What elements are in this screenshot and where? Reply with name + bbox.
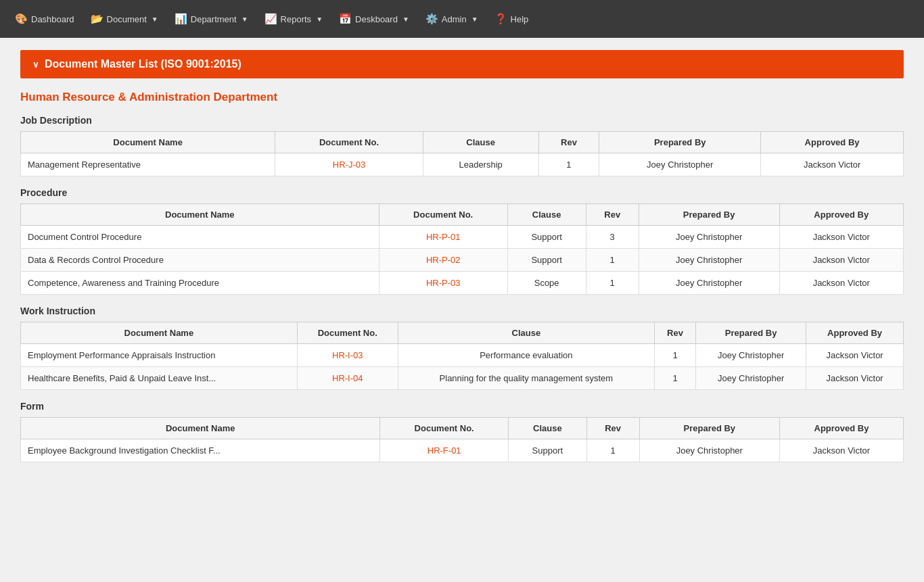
nav-item-help[interactable]: ❓Help [486, 0, 537, 38]
cell-prepared-by: Joey Christopher [599, 153, 761, 176]
col-header: Document No. [379, 204, 507, 226]
nav-label-admin: Admin [442, 14, 467, 24]
dropdown-arrow-deskboard: ▼ [402, 16, 409, 23]
cell-clause: Support [507, 249, 586, 272]
cell-approved-by: Jackson Victor [806, 367, 904, 390]
document-icon: 📂 [91, 13, 103, 25]
cell-rev: 1 [654, 344, 695, 367]
col-header: Clause [398, 322, 654, 344]
nav-item-dashboard[interactable]: 🎨Dashboard [7, 0, 83, 38]
table-row: Employment Performance Appraisals Instru… [21, 344, 904, 367]
section-title-form: Form [20, 401, 904, 412]
dropdown-arrow-document: ▼ [152, 16, 158, 23]
nav-item-department[interactable]: 📊Department▼ [166, 0, 256, 38]
col-header: Rev [538, 132, 599, 153]
col-header: Clause [423, 132, 538, 153]
nav-item-admin[interactable]: ⚙️Admin▼ [417, 0, 486, 38]
nav-item-document[interactable]: 📂Document▼ [83, 0, 166, 38]
cell-rev: 1 [654, 367, 695, 390]
cell-approved-by: Jackson Victor [779, 272, 903, 295]
dept-title: Human Resource & Administration Departme… [20, 91, 904, 104]
col-header: Approved By [779, 418, 903, 439]
cell-doc-no: HR-P-02 [379, 249, 507, 272]
col-header: Document No. [297, 322, 398, 344]
page-wrapper: ∨ Document Master List (ISO 9001:2015) H… [0, 38, 924, 477]
section-title-procedure: Procedure [20, 187, 904, 198]
dropdown-arrow-reports: ▼ [316, 16, 323, 23]
table-job-description: Document NameDocument No.ClauseRevPrepar… [20, 131, 904, 176]
main-nav: 🎨Dashboard📂Document▼📊Department▼📈Reports… [0, 0, 924, 38]
cell-prepared-by: Joey Christopher [639, 226, 779, 249]
dropdown-arrow-admin: ▼ [471, 16, 478, 23]
cell-doc-name: Management Representative [21, 153, 275, 176]
col-header: Document Name [21, 204, 379, 226]
cell-doc-name: Employee Background Investigation Checkl… [21, 439, 380, 462]
col-header: Rev [586, 204, 639, 226]
col-header: Prepared By [639, 418, 779, 439]
col-header: Approved By [761, 132, 904, 153]
cell-approved-by: Jackson Victor [779, 226, 903, 249]
table-work-instruction: Document NameDocument No.ClauseRevPrepar… [20, 322, 904, 390]
cell-prepared-by: Joey Christopher [639, 249, 779, 272]
help-icon: ❓ [494, 13, 507, 25]
admin-icon: ⚙️ [425, 13, 438, 25]
cell-doc-no: HR-J-03 [275, 153, 423, 176]
dropdown-arrow-department: ▼ [241, 16, 248, 23]
cell-doc-name: Data & Records Control Procedure [21, 249, 379, 272]
table-row: Data & Records Control ProcedureHR-P-02S… [21, 249, 904, 272]
col-header: Prepared By [599, 132, 761, 153]
col-header: Document No. [275, 132, 423, 153]
nav-label-department: Department [191, 14, 237, 24]
cell-approved-by: Jackson Victor [779, 249, 903, 272]
reports-icon: 📈 [264, 13, 277, 25]
section-title-job-description: Job Description [20, 115, 904, 126]
col-header: Clause [507, 204, 586, 226]
table-procedure: Document NameDocument No.ClauseRevPrepar… [20, 203, 904, 295]
cell-clause: Support [509, 439, 587, 462]
col-header: Document Name [21, 132, 275, 153]
col-header: Clause [509, 418, 587, 439]
cell-prepared-by: Joey Christopher [696, 344, 806, 367]
col-header: Prepared By [639, 204, 779, 226]
col-header: Approved By [779, 204, 903, 226]
table-row: Document Control ProcedureHR-P-01Support… [21, 226, 904, 249]
cell-doc-no: HR-I-04 [297, 367, 398, 390]
table-form: Document NameDocument No.ClauseRevPrepar… [20, 417, 904, 462]
table-row: Healthcare Benefits, Paid & Unpaid Leave… [21, 367, 904, 390]
cell-doc-no: HR-P-01 [379, 226, 507, 249]
col-header: Approved By [806, 322, 904, 344]
cell-approved-by: Jackson Victor [779, 439, 903, 462]
cell-doc-name: Document Control Procedure [21, 226, 379, 249]
col-header: Document Name [21, 418, 380, 439]
cell-doc-no: HR-P-03 [379, 272, 507, 295]
col-header: Rev [586, 418, 639, 439]
cell-doc-name: Competence, Awareness and Training Proce… [21, 272, 379, 295]
table-row: Employee Background Investigation Checkl… [21, 439, 904, 462]
cell-doc-no: HR-F-01 [380, 439, 509, 462]
cell-prepared-by: Joey Christopher [639, 439, 779, 462]
col-header: Prepared By [696, 322, 806, 344]
cell-rev: 3 [586, 226, 639, 249]
nav-label-document: Document [107, 14, 147, 24]
cell-rev: 1 [586, 272, 639, 295]
cell-approved-by: Jackson Victor [806, 344, 904, 367]
nav-item-reports[interactable]: 📈Reports▼ [256, 0, 331, 38]
cell-rev: 1 [586, 249, 639, 272]
cell-rev: 1 [586, 439, 639, 462]
nav-label-dashboard: Dashboard [31, 14, 74, 24]
col-header: Document Name [21, 322, 298, 344]
doc-header: ∨ Document Master List (ISO 9001:2015) [20, 50, 904, 78]
nav-item-deskboard[interactable]: 📅Deskboard▼ [331, 0, 417, 38]
doc-header-title: Document Master List (ISO 9001:2015) [45, 58, 241, 70]
cell-prepared-by: Joey Christopher [696, 367, 806, 390]
cell-clause: Planning for the quality management syst… [398, 367, 654, 390]
collapse-icon[interactable]: ∨ [32, 59, 39, 70]
col-header: Document No. [380, 418, 509, 439]
cell-doc-name: Employment Performance Appraisals Instru… [21, 344, 298, 367]
deskboard-icon: 📅 [339, 13, 352, 25]
cell-approved-by: Jackson Victor [761, 153, 904, 176]
cell-clause: Performance evaluation [398, 344, 654, 367]
cell-clause: Support [507, 226, 586, 249]
cell-rev: 1 [538, 153, 599, 176]
nav-label-help: Help [511, 14, 529, 24]
